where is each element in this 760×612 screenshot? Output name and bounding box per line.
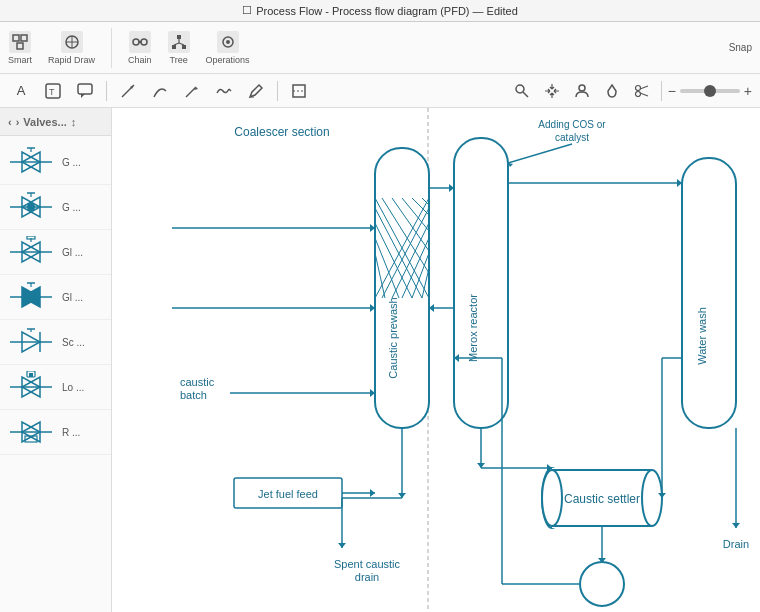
pan-tool[interactable] <box>539 78 565 104</box>
globe-valve-icon <box>6 189 56 225</box>
check-valve-label: Sc ... <box>62 337 105 348</box>
sidebar-item-relief-valve[interactable]: R ... <box>0 410 111 455</box>
check-valve-icon <box>6 324 56 360</box>
nav-back[interactable]: ‹ <box>8 116 12 128</box>
nav-valves[interactable]: Valves... <box>23 116 66 128</box>
relief-valve-label: R ... <box>62 427 105 438</box>
tree-label: Tree <box>169 55 187 65</box>
svg-marker-108 <box>338 543 346 548</box>
svg-text:Water wash: Water wash <box>696 307 708 365</box>
sidebar-item-check-valve[interactable]: Sc ... <box>0 320 111 365</box>
draw-toolbar: A T <box>0 74 760 108</box>
snap-label: Snap <box>729 42 752 53</box>
toolbar-sep-1 <box>111 28 112 68</box>
sidebar-item-lock-valve[interactable]: Lo ... <box>0 365 111 410</box>
svg-text:Spent caustic: Spent caustic <box>334 558 401 570</box>
coalescer-section-label: Coalescer section <box>234 125 329 139</box>
sidebar-item-butterfly-valve[interactable]: Gl ... <box>0 275 111 320</box>
zoom-slider[interactable] <box>680 89 740 93</box>
text-tool-2[interactable]: T <box>40 78 66 104</box>
smart-tool[interactable]: Smart <box>8 31 32 65</box>
lock-valve-label: Lo ... <box>62 382 105 393</box>
search-tool[interactable] <box>509 78 535 104</box>
svg-text:Jet fuel feed: Jet fuel feed <box>258 488 318 500</box>
main-area: ‹ › Valves... ↕ G ... <box>0 108 760 612</box>
svg-rect-11 <box>182 45 186 49</box>
nav-forward[interactable]: › <box>16 116 20 128</box>
operations-icon[interactable] <box>217 31 239 53</box>
sidebar-item-globe-valve[interactable]: G ... <box>0 185 111 230</box>
sidebar-item-gate-valve[interactable]: G ... <box>0 140 111 185</box>
toolbar: Smart Rapid Draw Chain Tree <box>0 22 760 74</box>
rapid-draw-icon[interactable] <box>61 31 83 53</box>
sidebar: ‹ › Valves... ↕ G ... <box>0 108 112 612</box>
svg-text:Merox reactor: Merox reactor <box>467 294 479 362</box>
chain-label: Chain <box>128 55 152 65</box>
snap-area: Snap <box>729 42 752 53</box>
chain-icon[interactable] <box>129 31 151 53</box>
svg-rect-0 <box>13 35 19 41</box>
svg-marker-20 <box>81 94 85 98</box>
sidebar-item-ball-valve[interactable]: Gl ... <box>0 230 111 275</box>
svg-line-14 <box>179 43 184 45</box>
svg-line-36 <box>640 93 648 96</box>
svg-marker-26 <box>250 85 262 97</box>
shape-tool[interactable] <box>286 78 312 104</box>
svg-point-45 <box>27 203 35 211</box>
tree-icon[interactable] <box>168 31 190 53</box>
svg-point-133 <box>542 470 562 526</box>
draw-sep-2 <box>277 81 278 101</box>
checkbox-area[interactable]: ☐ Process Flow - Process flow diagram (P… <box>242 4 518 17</box>
edit-tool[interactable] <box>243 78 269 104</box>
svg-line-23 <box>186 87 196 97</box>
ink-tool[interactable] <box>599 78 625 104</box>
svg-point-143 <box>580 562 624 606</box>
svg-rect-121 <box>682 158 736 428</box>
comment-tool[interactable] <box>72 78 98 104</box>
draw-sep-3 <box>661 81 662 101</box>
pen-tool[interactable] <box>179 78 205 104</box>
freehand-tool[interactable] <box>211 78 237 104</box>
svg-rect-111 <box>454 138 508 428</box>
svg-rect-9 <box>177 35 181 39</box>
tree-tool[interactable]: Tree <box>168 31 190 65</box>
svg-rect-67 <box>29 373 33 377</box>
rapid-draw-tool[interactable]: Rapid Draw <box>48 31 95 65</box>
relief-valve-icon <box>6 414 56 450</box>
smart-icon[interactable] <box>9 31 31 53</box>
svg-text:Caustic prewash: Caustic prewash <box>387 297 399 378</box>
top-bar: ☐ Process Flow - Process flow diagram (P… <box>0 0 760 22</box>
zoom-minus[interactable]: − <box>668 83 676 99</box>
svg-rect-1 <box>21 35 27 41</box>
checkbox-icon[interactable]: ☐ <box>242 4 252 17</box>
zoom-control: − + <box>668 83 752 99</box>
zoom-plus[interactable]: + <box>744 83 752 99</box>
svg-text:drain: drain <box>355 571 379 583</box>
canvas[interactable]: Coalescer section <box>112 108 760 612</box>
svg-line-13 <box>174 43 179 45</box>
sidebar-nav: ‹ › Valves... ↕ <box>8 116 76 128</box>
user-tool[interactable] <box>569 78 595 104</box>
operations-label: Operations <box>206 55 250 65</box>
svg-rect-19 <box>78 84 92 94</box>
zoom-thumb <box>704 85 716 97</box>
lock-valve-icon <box>6 369 56 405</box>
nav-expand[interactable]: ↕ <box>71 116 77 128</box>
gate-valve-icon <box>6 144 56 180</box>
arrow-tool[interactable] <box>115 78 141 104</box>
sidebar-header: ‹ › Valves... ↕ <box>0 108 111 136</box>
text-tool[interactable]: A <box>8 78 34 104</box>
chain-tool[interactable]: Chain <box>128 31 152 65</box>
butterfly-valve-label: Gl ... <box>62 292 105 303</box>
scissors-tool[interactable] <box>629 78 655 104</box>
svg-rect-52 <box>27 236 35 239</box>
sidebar-items: G ... G ... <box>0 136 111 459</box>
svg-marker-151 <box>732 523 740 528</box>
curve-tool[interactable] <box>147 78 173 104</box>
svg-text:caustic: caustic <box>180 376 215 388</box>
svg-rect-2 <box>17 43 23 49</box>
ball-valve-label: Gl ... <box>62 247 105 258</box>
operations-tool[interactable]: Operations <box>206 31 250 65</box>
svg-text:Caustic settler: Caustic settler <box>564 492 640 506</box>
svg-marker-103 <box>370 489 375 497</box>
